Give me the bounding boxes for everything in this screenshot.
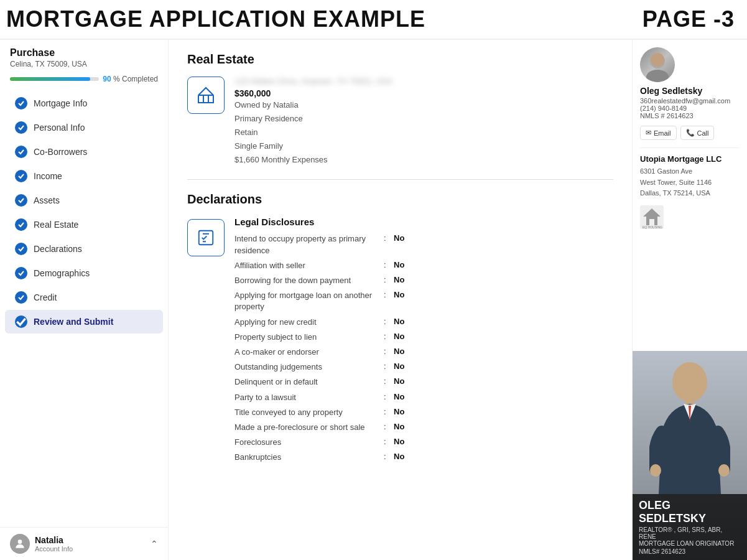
- sidebar-item-income[interactable]: Income: [5, 164, 163, 188]
- agent-buttons: ✉ Email 📞 Call: [640, 126, 714, 140]
- content-wrapper: Real Estate 123 Hidden Drive, Anytown, T…: [169, 40, 747, 560]
- sidebar-item-demographics[interactable]: Demographics: [5, 261, 163, 285]
- agent-photo-text: OLEG SEDLETSKY REALTOR® , GRI, SRS, ABR,…: [633, 494, 747, 560]
- sidebar-label-assets: Assets: [34, 195, 60, 205]
- check-icon-assets: [15, 194, 27, 207]
- company-addr3: Dallas, TX 75214, USA: [640, 189, 710, 197]
- declaration-label-1: Affiliation with seller: [234, 260, 384, 271]
- check-icon-personal-info: [15, 121, 27, 134]
- sidebar-item-co-borrowers[interactable]: Co-Borrowers: [5, 140, 163, 164]
- sidebar-label-demographics: Demographics: [34, 268, 90, 278]
- declaration-colon-9: :: [384, 392, 394, 401]
- progress-container: 90 % Completed: [10, 75, 158, 83]
- residence-type: Primary Residence: [234, 114, 303, 123]
- user-details: Natalia Account Info: [35, 535, 73, 553]
- declarations-card: Legal Disclosures Intend to occupy prope…: [187, 217, 613, 467]
- agent-card: Oleg Sedletsky 360realestatedfw@gmail.co…: [640, 47, 740, 140]
- declaration-value-9: No: [394, 392, 404, 401]
- svg-point-14: [718, 464, 730, 477]
- declarations-content: Legal Disclosures Intend to occupy prope…: [234, 217, 613, 467]
- declaration-row-2: Borrowing for the down payment:No: [234, 275, 613, 286]
- email-button[interactable]: ✉ Email: [640, 126, 677, 140]
- sidebar-item-credit[interactable]: Credit: [5, 286, 163, 309]
- declarations-icon-box: [187, 219, 225, 256]
- declaration-label-2: Borrowing for the down payment: [234, 275, 384, 286]
- declaration-row-1: Affiliation with seller:No: [234, 260, 613, 271]
- company-name: Utopia Mortgage LLC: [640, 154, 740, 164]
- section-divider-1: [187, 179, 613, 180]
- sidebar-nav: Mortgage InfoPersonal InfoCo-BorrowersIn…: [0, 88, 168, 527]
- declaration-value-7: No: [394, 362, 404, 371]
- declaration-value-12: No: [394, 437, 404, 446]
- declaration-value-13: No: [394, 452, 404, 461]
- declaration-colon-12: :: [384, 437, 394, 446]
- declaration-label-9: Party to a lawsuit: [234, 392, 384, 403]
- sidebar: Purchase Celina, TX 75009, USA 90 % Comp…: [0, 40, 169, 560]
- svg-rect-1: [198, 95, 213, 103]
- svg-text:EQ HOUSING: EQ HOUSING: [643, 225, 662, 229]
- declaration-label-5: Property subject to lien: [234, 332, 384, 343]
- chevron-up-icon[interactable]: ⌃: [151, 539, 158, 549]
- progress-completed: Completed: [122, 75, 158, 83]
- agent-phone: (214) 940-8149: [640, 105, 687, 112]
- agent-figure: [633, 351, 747, 494]
- declaration-colon-5: :: [384, 332, 394, 341]
- user-avatar: [10, 534, 30, 554]
- declaration-label-10: Title conveyed to any property: [234, 407, 384, 418]
- app-title: MORTGAGE APPLICATION EXAMPLE: [6, 6, 425, 32]
- agent-nmls: NMLS # 2614623: [640, 112, 694, 119]
- app-header: MORTGAGE APPLICATION EXAMPLE PAGE -3: [0, 0, 747, 40]
- declaration-row-13: Bankruptcies:No: [234, 452, 613, 463]
- declaration-row-3: Applying for mortgage loan on another pr…: [234, 290, 613, 312]
- svg-point-4: [646, 70, 669, 82]
- declaration-value-5: No: [394, 332, 404, 341]
- sidebar-item-real-estate[interactable]: Real Estate: [5, 213, 163, 236]
- declarations-subtitle: Legal Disclosures: [234, 217, 613, 227]
- property-address: 123 Hidden Drive, Anytown, TX 75001, USA: [234, 77, 392, 86]
- main-layout: Purchase Celina, TX 75009, USA 90 % Comp…: [0, 40, 747, 560]
- check-icon-co-borrowers: [15, 146, 27, 158]
- declaration-label-4: Applying for new credit: [234, 317, 384, 328]
- sidebar-label-credit: Credit: [34, 292, 57, 302]
- declaration-row-10: Title conveyed to any property:No: [234, 407, 613, 418]
- agent-photo-name: OLEG SEDLETSKY: [639, 499, 741, 525]
- content-area: Real Estate 123 Hidden Drive, Anytown, T…: [169, 40, 632, 560]
- monthly-expenses: $1,660 Monthly Expenses: [234, 155, 328, 164]
- sidebar-label-income: Income: [34, 171, 62, 181]
- declaration-value-11: No: [394, 422, 404, 431]
- svg-point-5: [651, 53, 664, 67]
- sidebar-item-review-submit[interactable]: Review and Submit: [5, 310, 163, 334]
- check-icon-mortgage-info: [15, 97, 27, 110]
- company-addr2: West Tower, Suite 1146: [640, 179, 712, 186]
- sidebar-item-assets[interactable]: Assets: [5, 189, 163, 212]
- property-details: 123 Hidden Drive, Anytown, TX 75001, USA…: [234, 77, 392, 167]
- agent-photo-nmls: NMLS# 2614623: [639, 548, 741, 555]
- sidebar-label-real-estate: Real Estate: [34, 220, 78, 230]
- declaration-colon-2: :: [384, 275, 394, 284]
- sidebar-item-personal-info[interactable]: Personal Info: [5, 116, 163, 139]
- declaration-label-11: Made a pre-foreclosure or short sale: [234, 422, 384, 433]
- declaration-value-6: No: [394, 347, 404, 356]
- property-price: $360,000: [234, 88, 392, 98]
- declaration-colon-10: :: [384, 407, 394, 416]
- agent-photo-title: REALTOR® , GRI, SRS, ABR, RENE: [639, 526, 741, 540]
- sidebar-label-mortgage-info: Mortgage Info: [34, 98, 87, 108]
- sidebar-item-mortgage-info[interactable]: Mortgage Info: [5, 91, 163, 115]
- declaration-colon-8: :: [384, 376, 394, 386]
- property-type: Single Family: [234, 141, 283, 151]
- sidebar-label-declarations: Declarations: [34, 244, 82, 254]
- sidebar-item-declarations[interactable]: Declarations: [5, 237, 163, 261]
- declaration-colon-11: :: [384, 422, 394, 431]
- agent-person-svg: [649, 357, 730, 494]
- check-icon-credit: [15, 291, 27, 304]
- agent-photo-large: OLEG SEDLETSKY REALTOR® , GRI, SRS, ABR,…: [633, 351, 747, 560]
- check-icon-declarations: [15, 243, 27, 255]
- call-button[interactable]: 📞 Call: [680, 126, 715, 140]
- sidebar-label-co-borrowers: Co-Borrowers: [34, 147, 87, 157]
- phone-icon: 📞: [686, 129, 695, 137]
- declaration-label-8: Delinquent or in default: [234, 376, 384, 388]
- declaration-row-11: Made a pre-foreclosure or short sale:No: [234, 422, 613, 433]
- sidebar-bottom: Natalia Account Info ⌃: [0, 527, 168, 560]
- declaration-value-2: No: [394, 275, 404, 284]
- agent-photo-subtitle: MORTGAGE LOAN ORIGINATOR: [639, 540, 741, 547]
